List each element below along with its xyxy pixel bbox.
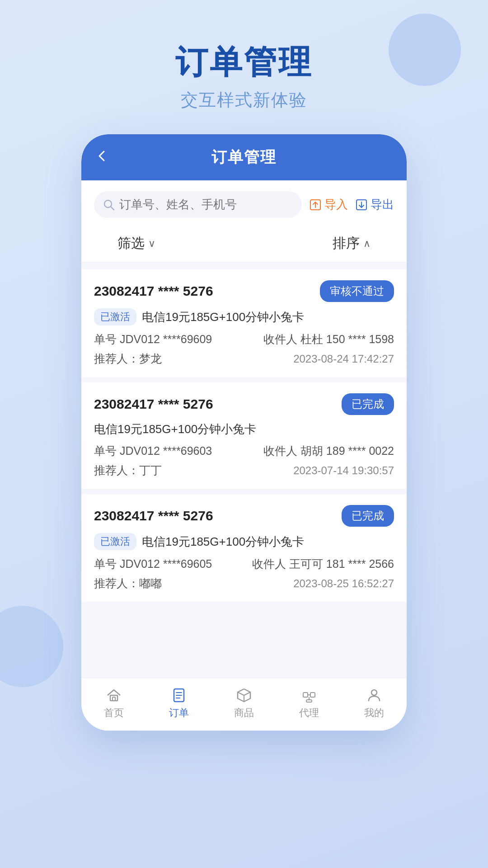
- svg-rect-17: [306, 700, 312, 702]
- product-name: 电信19元185G+100分钟小兔卡: [142, 309, 304, 325]
- svg-rect-6: [110, 695, 117, 701]
- order-product-row: 电信19元185G+100分钟小兔卡: [94, 421, 394, 437]
- search-row: 导入 导出: [81, 180, 407, 225]
- search-input-wrap[interactable]: [94, 191, 302, 218]
- svg-line-1: [111, 207, 114, 210]
- bottom-nav: 首页 订单 商品 代理 我的: [81, 678, 407, 731]
- phone-content: 导入 导出 筛选 ∨ 排序 ∧: [81, 180, 407, 678]
- receiver: 收件人 王可可 181 **** 2566: [252, 557, 394, 571]
- order-header: 23082417 **** 5276 已完成: [94, 505, 394, 527]
- order-header: 23082417 **** 5276 已完成: [94, 393, 394, 415]
- agent-nav-label: 代理: [299, 706, 319, 720]
- sort-button[interactable]: 排序 ∧: [333, 234, 371, 253]
- order-card[interactable]: 23082417 **** 5276 审核不通过 已激活 电信19元185G+1…: [81, 269, 407, 377]
- bg-circle-top-right: [389, 14, 461, 86]
- filter-chevron-icon: ∨: [148, 238, 155, 250]
- nav-item-mine[interactable]: 我的: [364, 687, 384, 720]
- receiver: 收件人 杜杜 150 **** 1598: [263, 332, 394, 347]
- order-no: 单号 JDV012 ****69603: [94, 443, 212, 458]
- svg-rect-13: [303, 693, 308, 697]
- sort-label: 排序: [333, 234, 360, 253]
- phone-mockup: 订单管理 导入: [81, 134, 407, 731]
- topbar-title: 订单管理: [211, 147, 277, 168]
- order-no: 单号 JDV012 ****69609: [94, 332, 212, 347]
- order-product-row: 已激活 电信19元185G+100分钟小兔卡: [94, 308, 394, 326]
- order-product-row: 已激活 电信19元185G+100分钟小兔卡: [94, 533, 394, 550]
- order-number: 23082417 **** 5276: [94, 508, 213, 524]
- svg-point-18: [371, 690, 377, 695]
- import-button[interactable]: 导入: [309, 197, 348, 212]
- order-time: 2023-08-25 16:52:27: [293, 577, 394, 590]
- order-detail-row: 单号 JDV012 ****69603 收件人 胡胡 189 **** 0022: [94, 443, 394, 458]
- export-label: 导出: [371, 197, 394, 212]
- product-name: 电信19元185G+100分钟小兔卡: [94, 421, 256, 437]
- recommender: 推荐人：嘟嘟: [94, 576, 162, 591]
- status-badge: 审核不通过: [320, 280, 394, 302]
- goods-nav-label: 商品: [234, 706, 254, 720]
- status-badge: 已完成: [342, 393, 394, 415]
- orders-list: 23082417 **** 5276 审核不通过 已激活 电信19元185G+1…: [81, 262, 407, 609]
- back-button[interactable]: [96, 149, 108, 166]
- import-label: 导入: [324, 197, 348, 212]
- order-number: 23082417 **** 5276: [94, 396, 213, 412]
- nav-item-home[interactable]: 首页: [104, 687, 124, 720]
- nav-item-order[interactable]: 订单: [169, 687, 189, 720]
- search-input[interactable]: [119, 198, 293, 212]
- activated-badge: 已激活: [94, 533, 136, 550]
- order-nav-icon: [171, 687, 187, 703]
- home-nav-label: 首页: [104, 706, 124, 720]
- bg-circle-bottom-left: [0, 606, 63, 687]
- receiver: 收件人 胡胡 189 **** 0022: [263, 443, 394, 458]
- nav-item-agent[interactable]: 代理: [299, 687, 319, 720]
- nav-item-goods[interactable]: 商品: [234, 687, 254, 720]
- goods-nav-icon: [236, 687, 252, 703]
- order-detail-row: 单号 JDV012 ****69609 收件人 杜杜 150 **** 1598: [94, 332, 394, 347]
- order-nav-label: 订单: [169, 706, 189, 720]
- filter-row: 筛选 ∨ 排序 ∧: [81, 225, 407, 262]
- import-icon: [309, 198, 322, 211]
- order-card[interactable]: 23082417 **** 5276 已完成 已激活 电信19元185G+100…: [81, 494, 407, 602]
- activated-badge: 已激活: [94, 308, 136, 326]
- mine-nav-icon: [366, 687, 382, 703]
- order-no: 单号 JDV012 ****69605: [94, 557, 212, 571]
- order-header: 23082417 **** 5276 审核不通过: [94, 280, 394, 302]
- order-time: 2023-07-14 19:30:57: [293, 464, 394, 477]
- home-nav-icon: [106, 687, 122, 703]
- order-detail-row: 单号 JDV012 ****69605 收件人 王可可 181 **** 256…: [94, 557, 394, 571]
- phone-topbar: 订单管理: [81, 134, 407, 180]
- recommender: 推荐人：梦龙: [94, 351, 162, 366]
- export-button[interactable]: 导出: [355, 197, 394, 212]
- sort-chevron-icon: ∧: [363, 238, 371, 250]
- search-icon: [103, 199, 115, 211]
- order-time: 2023-08-24 17:42:27: [293, 353, 394, 365]
- agent-nav-icon: [301, 687, 317, 703]
- status-badge: 已完成: [342, 505, 394, 527]
- mine-nav-label: 我的: [364, 706, 384, 720]
- product-name: 电信19元185G+100分钟小兔卡: [142, 534, 304, 550]
- filter-button[interactable]: 筛选 ∨: [117, 234, 155, 253]
- recommender: 推荐人：丁丁: [94, 463, 162, 478]
- order-card[interactable]: 23082417 **** 5276 已完成 电信19元185G+100分钟小兔…: [81, 382, 407, 489]
- order-number: 23082417 **** 5276: [94, 283, 213, 299]
- page-subtitle: 交互样式新体验: [0, 89, 488, 112]
- svg-rect-14: [310, 693, 315, 697]
- filter-label: 筛选: [117, 234, 145, 253]
- order-footer-row: 推荐人：嘟嘟 2023-08-25 16:52:27: [94, 576, 394, 591]
- order-footer-row: 推荐人：丁丁 2023-07-14 19:30:57: [94, 463, 394, 478]
- order-footer-row: 推荐人：梦龙 2023-08-24 17:42:27: [94, 351, 394, 366]
- export-icon: [355, 198, 368, 211]
